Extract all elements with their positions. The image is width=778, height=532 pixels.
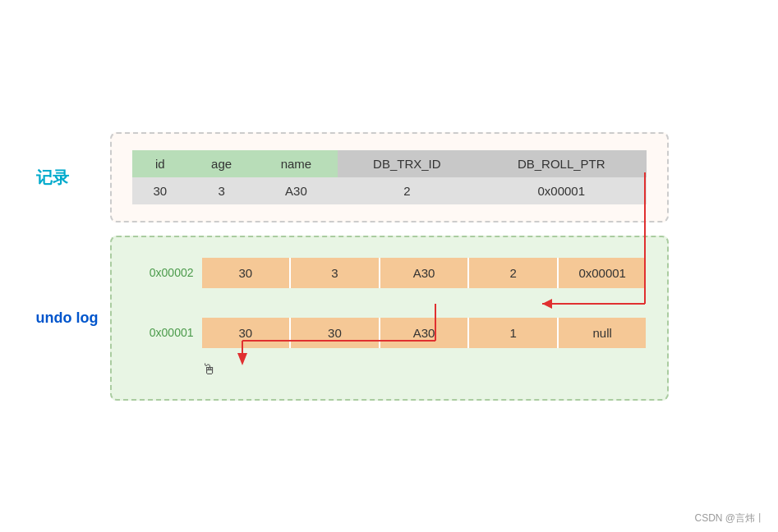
undo-cell-2-4: null xyxy=(559,318,647,348)
undo-addr-2: 0x00001 xyxy=(132,326,194,339)
record-box: id age name DB_TRX_ID DB_ROLL_PTR 30 3 A… xyxy=(110,132,669,222)
record-label: 记录 xyxy=(36,166,69,188)
record-section: 记录 id age name DB_TRX_ID DB_ROLL_PTR 30 … xyxy=(110,132,669,222)
watermark: CSDN @言炜丨 xyxy=(694,511,765,525)
col-header-id: id xyxy=(132,150,188,177)
arrow-spacer xyxy=(132,301,647,318)
main-container: 记录 id age name DB_TRX_ID DB_ROLL_PTR 30 … xyxy=(0,0,778,532)
undo-cell-1-3: 2 xyxy=(469,258,559,288)
col-header-trxid: DB_TRX_ID xyxy=(338,150,476,177)
undo-cell-2-0: 30 xyxy=(202,318,292,348)
undo-cells-1: 30 3 A30 2 0x00001 xyxy=(202,258,647,288)
undo-cell-2-3: 1 xyxy=(469,318,559,348)
record-cell-trxid: 2 xyxy=(338,177,476,204)
undo-cell-2-1: 30 xyxy=(291,318,380,348)
undolog-label: undo log xyxy=(36,310,99,327)
col-header-name: name xyxy=(255,150,337,177)
record-data-row: 30 3 A30 2 0x00001 xyxy=(132,177,647,204)
undo-cell-1-2: A30 xyxy=(380,258,470,288)
undo-addr-1: 0x00002 xyxy=(132,266,194,279)
record-cell-age: 3 xyxy=(188,177,255,204)
undo-row-1: 0x00002 30 3 A30 2 0x00001 xyxy=(132,258,647,288)
col-header-age: age xyxy=(188,150,255,177)
record-cell-rollptr: 0x00001 xyxy=(476,177,646,204)
undo-row-2: 0x00001 30 30 A30 1 null xyxy=(132,318,647,348)
record-header-row: id age name DB_TRX_ID DB_ROLL_PTR xyxy=(132,150,647,177)
undo-cell-2-2: A30 xyxy=(380,318,470,348)
record-cell-name: A30 xyxy=(255,177,337,204)
undo-cells-2: 30 30 A30 1 null xyxy=(202,318,647,348)
undo-cell-1-0: 30 xyxy=(202,258,292,288)
undolog-box: 0x00002 30 3 A30 2 0x00001 0x00001 30 30… xyxy=(110,236,669,401)
undo-cell-1-4: 0x00001 xyxy=(559,258,647,288)
col-header-rollptr: DB_ROLL_PTR xyxy=(476,150,646,177)
undo-cell-1-1: 3 xyxy=(291,258,380,288)
record-table: id age name DB_TRX_ID DB_ROLL_PTR 30 3 A… xyxy=(132,150,647,204)
undolog-section: undo log 0x00002 30 3 A30 2 0x00001 0x00… xyxy=(110,236,669,401)
cursor-icon: 🖱︎ xyxy=(202,361,647,378)
record-cell-id: 30 xyxy=(132,177,188,204)
